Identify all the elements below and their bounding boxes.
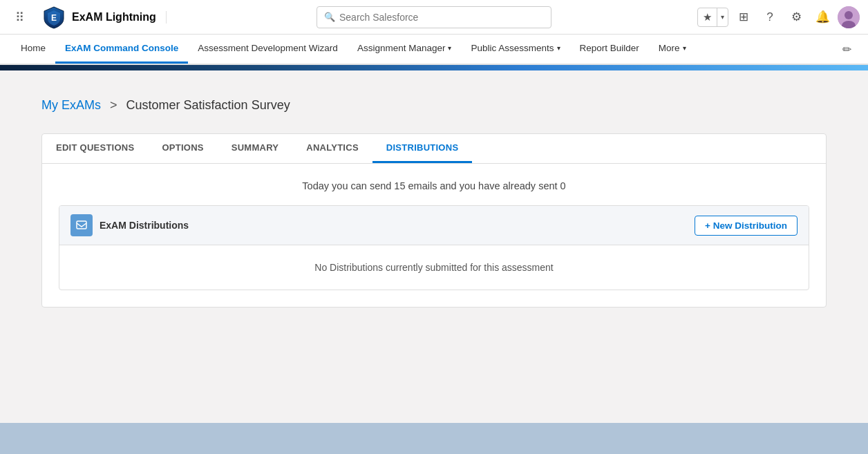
breadcrumb: My ExAMs > Customer Satisfaction Survey <box>41 98 827 113</box>
search-bar: 🔍 <box>317 6 551 28</box>
notifications-icon[interactable]: 🔔 <box>811 6 833 28</box>
utility-icons-group: ★ ▾ ⊞ ? ⚙ 🔔 <box>697 6 860 28</box>
assignment-manager-chevron-icon: ▾ <box>448 44 451 52</box>
shield-icon: E <box>41 5 66 30</box>
search-icon: 🔍 <box>324 12 335 22</box>
svg-point-2 <box>845 11 853 19</box>
favorites-chevron-icon: ▾ <box>717 8 728 26</box>
favorites-button[interactable]: ★ ▾ <box>697 8 728 27</box>
tab-bar: EDIT QUESTIONS OPTIONS SUMMARY ANALYTICS… <box>42 134 826 164</box>
tab-distributions[interactable]: DISTRIBUTIONS <box>372 134 473 163</box>
add-icon[interactable]: ⊞ <box>733 6 755 28</box>
search-input[interactable] <box>339 12 544 23</box>
tab-analytics[interactable]: ANALYTICS <box>292 134 372 163</box>
logo-area: ⠿ E ExAM Lightning <box>8 5 169 30</box>
svg-rect-4 <box>77 221 86 229</box>
distribution-card-title: ExAM Distributions <box>70 214 189 236</box>
distribution-card-header: ExAM Distributions + New Distribution <box>59 206 809 245</box>
more-chevron-icon: ▾ <box>683 44 686 52</box>
public-assessments-chevron-icon: ▾ <box>557 44 560 52</box>
main-content: My ExAMs > Customer Satisfaction Survey … <box>0 70 868 423</box>
star-icon: ★ <box>698 8 717 26</box>
nav-item-assignment-manager[interactable]: Assignment Manager ▾ <box>348 35 462 64</box>
new-distribution-button[interactable]: + New Distribution <box>695 216 798 236</box>
nav-item-home[interactable]: Home <box>11 35 55 64</box>
apps-icon[interactable]: ⠿ <box>8 10 30 25</box>
nav-item-report-builder[interactable]: Report Builder <box>570 35 649 64</box>
nav-edit-icon[interactable]: ✏ <box>837 35 857 64</box>
tab-container: EDIT QUESTIONS OPTIONS SUMMARY ANALYTICS… <box>41 133 827 308</box>
nav-bar: Home ExAM Command Console Assessment Dev… <box>0 35 868 65</box>
svg-text:E: E <box>51 13 57 23</box>
breadcrumb-separator: > <box>110 98 117 112</box>
nav-item-public-assessments[interactable]: Public Assessments ▾ <box>461 35 569 64</box>
distribution-icon <box>70 214 93 236</box>
tab-options[interactable]: OPTIONS <box>148 134 217 163</box>
tab-edit-questions[interactable]: EDIT QUESTIONS <box>42 134 148 163</box>
footer-area <box>0 423 868 454</box>
email-notice: Today you can send 15 emails and you hav… <box>59 180 809 191</box>
distribution-card: ExAM Distributions + New Distribution No… <box>59 205 809 290</box>
nav-item-more[interactable]: More ▾ <box>649 35 696 64</box>
breadcrumb-link[interactable]: My ExAMs <box>41 98 101 112</box>
nav-item-assessment-wizard[interactable]: Assessment Development Wizard <box>188 35 348 64</box>
distribution-card-body: No Distributions currently submitted for… <box>59 245 809 290</box>
tab-summary[interactable]: SUMMARY <box>218 134 293 163</box>
utility-bar: ⠿ E ExAM Lightning 🔍 ★ ▾ ⊞ <box>0 0 868 35</box>
help-icon[interactable]: ? <box>759 6 781 28</box>
nav-item-command-console[interactable]: ExAM Command Console <box>55 35 188 64</box>
distributions-tab-content: Today you can send 15 emails and you hav… <box>42 164 826 307</box>
app-name: ExAM Lightning <box>72 11 167 23</box>
avatar[interactable] <box>838 6 860 28</box>
settings-icon[interactable]: ⚙ <box>785 6 807 28</box>
gradient-band <box>0 65 868 70</box>
breadcrumb-current: Customer Satisfaction Survey <box>126 98 290 112</box>
